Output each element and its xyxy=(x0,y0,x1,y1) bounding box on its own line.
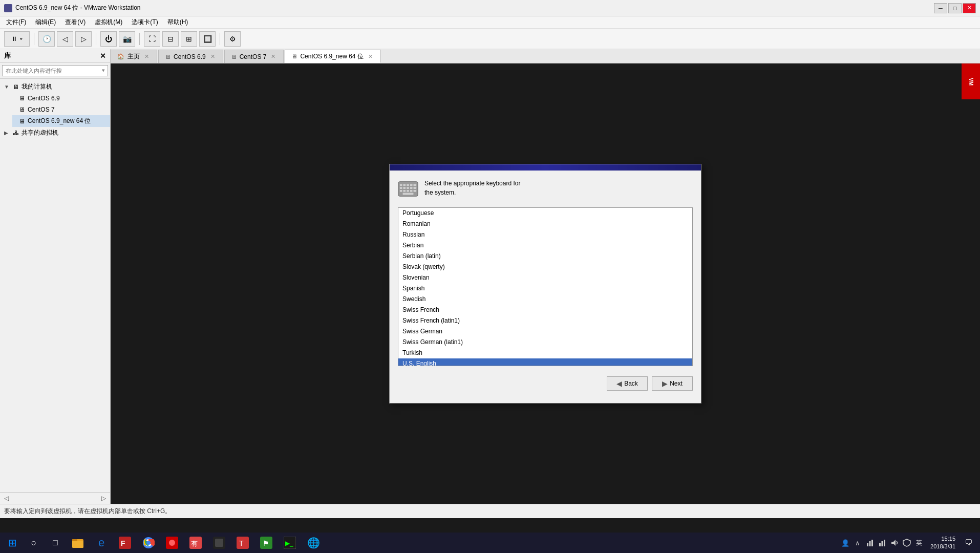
tab-centos69-close[interactable]: ✕ xyxy=(209,53,217,60)
tab-centos7-icon: 🖥 xyxy=(231,54,237,60)
toolbar-back-btn[interactable]: ◁ xyxy=(57,31,73,47)
next-button[interactable]: ▶ Next xyxy=(652,376,693,391)
list-item-serbian-latin[interactable]: Serbian (latin) xyxy=(398,251,692,262)
svg-rect-12 xyxy=(403,190,406,192)
explorer-icon xyxy=(71,536,85,550)
svg-rect-37 xyxy=(867,543,868,546)
tab-home[interactable]: 🏠 主页 ✕ xyxy=(111,50,157,63)
tab-centos69-new[interactable]: 🖥 CentOS 6.9_new 64 位 ✕ xyxy=(285,50,380,63)
taskbar-terminal-btn[interactable]: ▶_ xyxy=(279,534,301,552)
svg-text:T: T xyxy=(239,539,244,547)
toolbar-pause-btn[interactable]: ⏸ ▾ xyxy=(4,31,30,47)
svg-rect-30 xyxy=(215,539,223,547)
menu-edit[interactable]: 编辑(E) xyxy=(31,17,60,28)
minimize-button[interactable]: ─ xyxy=(934,3,947,13)
toolbar-settings-btn[interactable]: ⚙ xyxy=(224,31,241,47)
list-item-us-english[interactable]: U.S. English xyxy=(398,358,692,366)
tray-security-icon[interactable] xyxy=(902,538,912,548)
taskbar-ie-btn[interactable]: e xyxy=(90,534,113,552)
toolbar-sep-1 xyxy=(34,33,34,45)
list-item-slovenian[interactable]: Slovenian xyxy=(398,272,692,283)
back-button[interactable]: ◀ Back xyxy=(607,376,648,391)
list-item-turkish[interactable]: Turkish xyxy=(398,348,692,358)
taskbar-app9-btn[interactable]: ⚑ xyxy=(255,534,278,552)
list-item-swiss-german[interactable]: Swiss German xyxy=(398,326,692,337)
svg-rect-3 xyxy=(407,184,409,186)
svg-text:▶_: ▶_ xyxy=(285,540,293,547)
tab-centos69-new-close[interactable]: ✕ xyxy=(367,53,374,60)
list-item-portuguese[interactable]: Portuguese xyxy=(398,208,692,219)
tab-home-label: 主页 xyxy=(127,52,140,61)
ime-indicator[interactable]: 英 xyxy=(914,539,924,547)
list-item-serbian[interactable]: Serbian xyxy=(398,240,692,251)
taskbar-search-btn[interactable]: ○ xyxy=(24,534,44,552)
taskbar-chrome-btn[interactable] xyxy=(137,534,160,552)
toolbar-snapshot-btn[interactable]: 📷 xyxy=(119,31,135,47)
taskbar-app5-btn[interactable] xyxy=(161,534,183,552)
start-button[interactable]: ⊞ xyxy=(2,534,23,552)
sidebar-item-shared-vms[interactable]: ▶ 🖧 共享的虚拟机 xyxy=(0,127,110,139)
keyboard-list[interactable]: Portuguese Romanian Russian Serbian Serb… xyxy=(398,207,693,366)
taskbar-app8-btn[interactable]: T xyxy=(231,534,254,552)
dark-app-icon xyxy=(212,536,226,550)
list-item-swiss-german-latin1[interactable]: Swiss German (latin1) xyxy=(398,337,692,348)
toolbar-minimize-guest-btn[interactable]: ⊟ xyxy=(162,31,179,47)
tree-toggle-my-computer[interactable]: ▼ xyxy=(4,84,10,90)
maximize-button[interactable]: □ xyxy=(948,3,962,13)
list-item-swedish[interactable]: Swedish xyxy=(398,294,692,305)
ie-icon: e xyxy=(94,536,109,550)
taskbar-youdao-btn[interactable]: 有 xyxy=(184,534,207,552)
taskbar-taskview-btn[interactable]: □ xyxy=(45,534,66,552)
sidebar-item-my-computer[interactable]: ▼ 🖥 我的计算机 xyxy=(0,81,110,93)
toolbar-forward-btn[interactable]: ▷ xyxy=(75,31,92,47)
menu-help[interactable]: 帮助(H) xyxy=(163,17,193,28)
taskbar-globe-btn[interactable]: 🌐 xyxy=(302,534,325,552)
menu-file[interactable]: 文件(F) xyxy=(2,17,30,28)
tray-volume-icon[interactable] xyxy=(889,538,900,548)
taskbar-filezilla-btn[interactable]: F xyxy=(114,534,136,552)
sidebar-item-centos7[interactable]: 🖥 CentOS 7 xyxy=(12,104,110,115)
tray-network-icon2[interactable] xyxy=(877,538,887,548)
sidebar-item-centos69[interactable]: 🖥 CentOS 6.9 xyxy=(12,93,110,104)
tray-network-icon1[interactable] xyxy=(865,538,875,548)
menu-view[interactable]: 查看(V) xyxy=(61,17,90,28)
list-item-romanian[interactable]: Romanian xyxy=(398,219,692,229)
tree-toggle-shared[interactable]: ▶ xyxy=(4,130,10,136)
next-label: Next xyxy=(670,380,683,387)
taskbar-clock[interactable]: 15:15 2018/3/31 xyxy=(927,535,958,551)
notification-button[interactable]: 🗨 xyxy=(960,534,978,552)
scroll-right-icon[interactable]: ▷ xyxy=(99,494,108,503)
dialog-description: Select the appropriate keyboard forthe s… xyxy=(424,179,520,197)
taskbar-app7-btn[interactable] xyxy=(208,534,230,552)
tab-centos7-close[interactable]: ✕ xyxy=(269,53,277,60)
menu-vm[interactable]: 虚拟机(M) xyxy=(91,17,126,28)
tray-show-hidden-icon[interactable]: ∧ xyxy=(853,538,863,548)
toolbar-fullscreen-btn[interactable]: ⛶ xyxy=(144,31,160,47)
list-item-slovak[interactable]: Slovak (qwerty) xyxy=(398,262,692,272)
close-button[interactable]: ✕ xyxy=(963,3,976,13)
keyboard-dialog: Select the appropriate keyboard forthe s… xyxy=(389,164,701,403)
list-item-swiss-french-latin1[interactable]: Swiss French (latin1) xyxy=(398,315,692,326)
list-item-swiss-french[interactable]: Swiss French xyxy=(398,305,692,315)
svg-rect-42 xyxy=(884,540,885,546)
list-item-russian[interactable]: Russian xyxy=(398,229,692,240)
sidebar-search-input[interactable] xyxy=(2,65,108,76)
tab-centos69[interactable]: 🖥 CentOS 6.9 ✕ xyxy=(158,50,223,63)
toolbar-unity-btn[interactable]: 🔲 xyxy=(199,31,216,47)
sidebar-close-icon[interactable]: ✕ xyxy=(100,52,106,60)
scroll-left-icon[interactable]: ◁ xyxy=(2,494,11,503)
menu-tab[interactable]: 选项卡(T) xyxy=(127,17,162,28)
toolbar-stretch-btn[interactable]: ⊞ xyxy=(181,31,197,47)
taskbar-explorer-btn[interactable] xyxy=(67,534,89,552)
tab-centos7[interactable]: 🖥 CentOS 7 ✕ xyxy=(224,50,284,63)
sidebar-item-centos69-new[interactable]: 🖥 CentOS 6.9_new 64 位 xyxy=(12,115,110,127)
tab-home-close[interactable]: ✕ xyxy=(143,53,151,60)
toolbar-history-btn[interactable]: 🕐 xyxy=(38,31,55,47)
tray-user-icon[interactable]: 👤 xyxy=(840,538,850,548)
title-bar-left: CentOS 6.9_new 64 位 - VMware Workstation xyxy=(4,4,141,12)
toolbar-sep-4 xyxy=(220,33,220,45)
svg-rect-14 xyxy=(410,190,413,192)
toolbar-power-btn[interactable]: ⏻ xyxy=(100,31,117,47)
list-item-spanish[interactable]: Spanish xyxy=(398,283,692,294)
system-tray: 👤 ∧ 英 xyxy=(838,538,926,548)
